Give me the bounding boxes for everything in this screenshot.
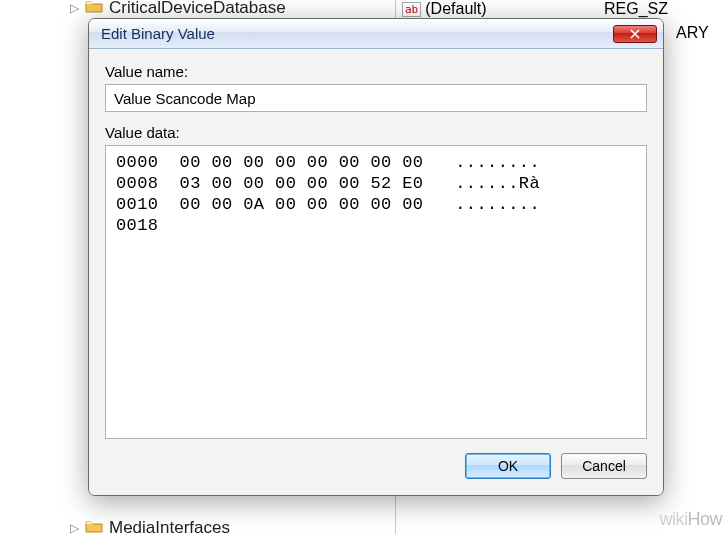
dialog-body: Value name: Value Scancode Map Value dat… (89, 49, 663, 495)
cancel-button[interactable]: Cancel (561, 453, 647, 479)
dialog-title: Edit Binary Value (101, 25, 613, 42)
value-name-label: Value name: (105, 63, 647, 80)
value-name-text: Value Scancode Map (114, 90, 255, 107)
string-value-icon: ab (402, 2, 421, 17)
tree-label: CriticalDeviceDatabase (109, 0, 286, 18)
chevron-right-icon: ▷ (70, 1, 79, 15)
list-cell-text: (Default) (425, 0, 486, 18)
close-icon (630, 29, 640, 39)
close-button[interactable] (613, 25, 657, 43)
tree-node-critical[interactable]: ▷ CriticalDeviceDatabase (70, 0, 286, 18)
tree-label: MediaInterfaces (109, 518, 230, 534)
list-type-partial: ARY (676, 24, 709, 42)
edit-binary-dialog: Edit Binary Value Value name: Value Scan… (88, 18, 664, 496)
list-value-default[interactable]: ab (Default) (402, 0, 487, 18)
watermark: wikiHow (659, 509, 722, 530)
list-type-cell: REG_SZ (604, 0, 668, 18)
tree-node-media[interactable]: ▷ MediaInterfaces (70, 518, 230, 534)
folder-icon (85, 518, 103, 534)
dialog-titlebar[interactable]: Edit Binary Value (89, 19, 663, 49)
value-data-hex-editor[interactable]: 0000 00 00 00 00 00 00 00 00 ........ 00… (105, 145, 647, 439)
value-name-field[interactable]: Value Scancode Map (105, 84, 647, 112)
folder-icon (85, 0, 103, 18)
chevron-right-icon: ▷ (70, 521, 79, 534)
dialog-button-row: OK Cancel (105, 453, 647, 479)
ok-button[interactable]: OK (465, 453, 551, 479)
value-data-label: Value data: (105, 124, 647, 141)
